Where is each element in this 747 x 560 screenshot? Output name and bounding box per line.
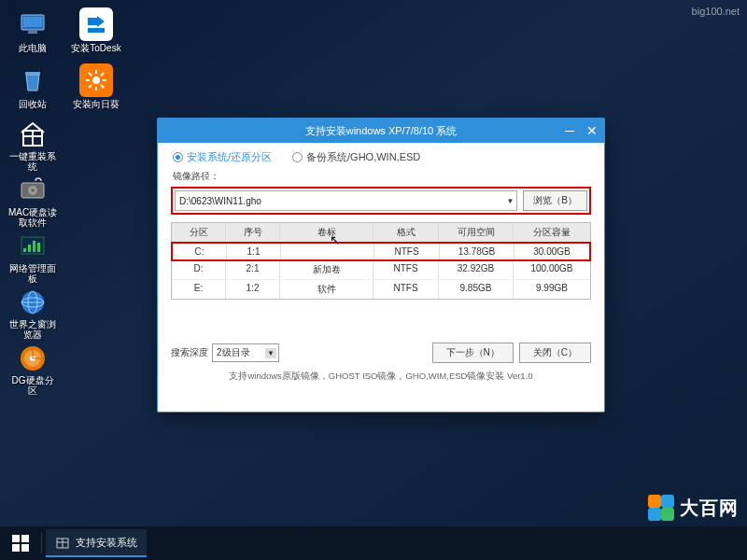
col-format: 格式 [374, 223, 439, 242]
image-path-dropdown[interactable]: D:\0623\WIN11.gho ▼ [175, 190, 517, 211]
table-row[interactable]: D:2:1新加卷NTFS32.92GB100.00GB [172, 260, 590, 280]
search-depth-dropdown[interactable]: 2级目录 ▼ [212, 343, 279, 362]
house-icon [16, 119, 49, 149]
depth-label: 搜索深度 [171, 346, 208, 359]
svg-rect-3 [88, 28, 105, 33]
brand-logo-icon [648, 495, 674, 521]
col-capacity: 分区容量 [514, 223, 590, 242]
svg-line-12 [101, 73, 104, 76]
radio-label: 安装系统/还原分区 [187, 150, 272, 164]
radio-install-restore[interactable]: 安装系统/还原分区 [173, 150, 272, 164]
pc-icon [16, 7, 49, 41]
desktop-icon-dg-partition[interactable]: DG硬盘分区 [7, 343, 58, 396]
radio-label: 备份系统/GHO,WIN,ESD [306, 150, 420, 164]
col-volume: 卷标 [280, 223, 374, 242]
desktop-icon-todesk[interactable]: 安装ToDesk [71, 7, 121, 60]
watermark-brand: 大百网 [648, 495, 739, 521]
desktop-icon-network-panel[interactable]: 网络管理面板 [7, 231, 58, 284]
svg-rect-1 [23, 17, 42, 27]
icon-label: DG硬盘分区 [7, 375, 58, 396]
table-cell [281, 244, 374, 259]
desktop-icon-this-pc[interactable]: 此电脑 [7, 7, 58, 60]
watermark-url: big100.net [692, 6, 740, 17]
svg-rect-24 [37, 243, 40, 252]
taskbar-label: 支持安装系统 [76, 536, 137, 550]
start-button[interactable] [4, 529, 37, 557]
window-titlebar[interactable]: 支持安装windows XP/7/8/10 系统 ─ ✕ [158, 119, 604, 143]
table-cell: 9.85GB [439, 280, 514, 299]
desktop-icon-sunflower[interactable]: 安装向日葵 [71, 63, 121, 116]
table-row[interactable]: E:1:2软件NTFS9.85GB9.99GB [172, 280, 590, 299]
table-cell: 32.92GB [439, 260, 514, 279]
icon-label: 世界之窗浏览器 [7, 319, 58, 340]
col-partition: 分区 [172, 223, 226, 242]
radio-backup[interactable]: 备份系统/GHO,WIN,ESD [292, 150, 420, 164]
drive-icon [16, 175, 49, 205]
desktop-icon-browser[interactable]: 世界之窗浏览器 [7, 287, 58, 340]
table-cell: 新加卷 [280, 260, 374, 279]
svg-rect-32 [12, 535, 20, 542]
path-value: D:\0623\WIN11.gho [179, 196, 261, 206]
close-window-button[interactable]: 关闭（C） [519, 343, 591, 363]
depth-value: 2级目录 [217, 346, 250, 359]
svg-rect-4 [25, 72, 40, 75]
todesk-icon [79, 7, 113, 41]
taskbar-item-installer[interactable]: 支持安装系统 [46, 529, 147, 557]
svg-rect-35 [21, 544, 29, 552]
trash-icon [16, 63, 49, 97]
app-icon [55, 535, 70, 550]
svg-rect-22 [28, 245, 31, 252]
table-cell: E: [172, 280, 226, 299]
svg-point-5 [92, 77, 100, 84]
icon-label: 一键重装系统 [7, 151, 58, 172]
table-cell: 13.78GB [440, 244, 514, 259]
icon-label: 回收站 [19, 99, 47, 109]
radio-dot-icon [292, 152, 303, 162]
svg-line-13 [89, 85, 92, 88]
table-cell: 100.00GB [514, 260, 590, 279]
icon-label: 安装向日葵 [73, 99, 120, 109]
desktop-icon-recycle-bin[interactable]: 回收站 [7, 63, 58, 116]
table-cell: 1:2 [226, 280, 280, 299]
minimize-button[interactable]: ─ [563, 124, 576, 137]
desktop-icon-reinstall[interactable]: 一键重装系统 [7, 119, 58, 172]
svg-rect-2 [28, 31, 37, 34]
partition-icon [16, 343, 49, 373]
taskbar-divider [41, 533, 42, 553]
chevron-down-icon: ▼ [506, 197, 514, 205]
svg-line-11 [101, 85, 104, 88]
footer-text: 支持windows原版镜像，GHOST ISO镜像，GHO,WIM,ESD镜像安… [171, 371, 591, 383]
table-header: 分区 序号 卷标 格式 可用空间 分区容量 [172, 223, 590, 243]
browse-button[interactable]: 浏览（B） [523, 190, 587, 211]
svg-line-10 [89, 73, 92, 76]
close-button[interactable]: ✕ [585, 124, 599, 137]
table-row[interactable]: C:1:1NTFS13.78GB30.00GB [171, 242, 591, 261]
icon-label: 此电脑 [19, 43, 47, 53]
icon-label: 网络管理面板 [7, 263, 58, 284]
table-cell: 2:1 [226, 260, 280, 279]
network-icon [16, 231, 49, 261]
col-free: 可用空间 [439, 223, 514, 242]
taskbar: 支持安装系统 [0, 526, 747, 560]
table-cell: 9.99GB [514, 280, 590, 299]
chevron-down-icon: ▼ [265, 348, 276, 358]
partition-table: 分区 序号 卷标 格式 可用空间 分区容量 C:1:1NTFS13.78GB30… [171, 222, 591, 300]
next-button[interactable]: 下一步（N） [432, 343, 514, 363]
svg-point-19 [32, 189, 35, 192]
table-cell: 1:1 [227, 244, 281, 259]
col-index: 序号 [226, 223, 280, 242]
table-cell: NTFS [374, 260, 439, 279]
svg-rect-23 [33, 241, 35, 252]
table-cell: NTFS [374, 244, 440, 259]
radio-dot-icon [173, 152, 183, 162]
icon-label: MAC硬盘读取软件 [7, 207, 58, 228]
window-title: 支持安装windows XP/7/8/10 系统 [305, 124, 458, 138]
desktop-icon-mac-drive[interactable]: MAC硬盘读取软件 [7, 175, 58, 228]
installer-window: 支持安装windows XP/7/8/10 系统 ─ ✕ 安装系统/还原分区 备… [157, 118, 605, 413]
highlight-box-path: D:\0623\WIN11.gho ▼ 浏览（B） [171, 187, 591, 215]
table-cell: 软件 [280, 280, 374, 299]
table-cell: 30.00GB [514, 244, 589, 259]
svg-rect-34 [12, 544, 20, 552]
desktop-icons: 此电脑 安装ToDesk 回收站 安装向日葵 一键重装系统 [7, 7, 121, 396]
svg-rect-21 [23, 248, 26, 252]
